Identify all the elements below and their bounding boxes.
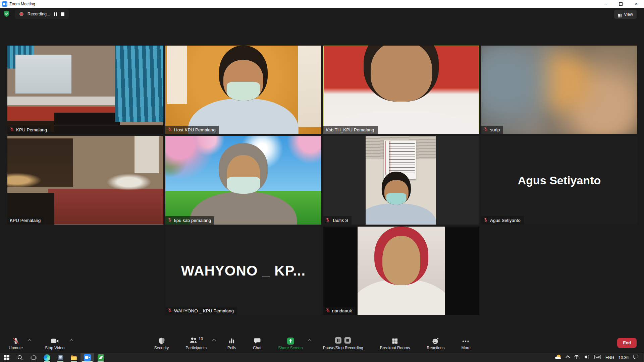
task-view-icon[interactable] xyxy=(27,353,40,362)
stop-recording-icon[interactable] xyxy=(61,12,64,16)
participant-name-label: Ksb TH_KPU Pemalang xyxy=(323,126,378,134)
window-title: Zoom Meeting xyxy=(9,2,35,6)
reactions-button[interactable]: Reactions xyxy=(425,335,446,350)
participant-name-label: KPU Pemalang xyxy=(7,126,50,134)
person-silhouette xyxy=(334,46,469,134)
person-head xyxy=(364,46,439,102)
muted-mic-icon xyxy=(484,218,488,223)
action-center-icon[interactable] xyxy=(633,354,639,361)
end-meeting-button[interactable]: End xyxy=(617,338,637,348)
participant-name-label: KPU Pemalang xyxy=(7,217,44,225)
green-app-icon[interactable] xyxy=(94,353,107,362)
video-feed xyxy=(358,227,445,315)
search-icon[interactable] xyxy=(13,353,27,362)
video-tile[interactable]: kpu kab pemalang xyxy=(165,136,321,225)
face-mask xyxy=(227,177,260,194)
video-tile[interactable]: surip xyxy=(481,46,637,134)
video-tile[interactable]: KPU Pemalang xyxy=(7,136,163,225)
breakout-rooms-icon xyxy=(391,337,398,345)
video-grid: KPU Pemalang Host KPU Pemalang Ksb TH_KP… xyxy=(7,46,637,315)
video-camera-icon xyxy=(51,337,59,345)
video-tile[interactable]: KPU Pemalang xyxy=(7,46,163,134)
video-options-caret[interactable] xyxy=(69,339,73,343)
recording-dot-icon xyxy=(19,12,23,16)
person-silhouette xyxy=(358,227,445,315)
person-silhouette xyxy=(198,143,289,225)
muted-mic-icon xyxy=(10,127,14,132)
show-desktop-strip[interactable] xyxy=(642,353,644,362)
minimize-button[interactable]: – xyxy=(598,0,613,8)
video-feed xyxy=(481,46,637,134)
share-screen-button[interactable]: Share Screen xyxy=(276,335,308,350)
windows-taskbar: ENG 10:36 xyxy=(0,353,644,362)
meeting-toolbar: Unmute Stop Video Security xyxy=(0,335,644,353)
volume-icon[interactable] xyxy=(584,354,590,361)
zoom-meeting-window: Zoom Meeting – ✕ Recording... View KPU P… xyxy=(0,0,644,362)
zoom-taskbar-icon[interactable] xyxy=(80,353,94,362)
participant-name-label: Host KPU Pemalang xyxy=(165,126,219,134)
file-explorer-icon[interactable] xyxy=(67,353,80,362)
chat-bubble-icon xyxy=(254,337,261,345)
wifi-icon[interactable] xyxy=(574,355,580,360)
view-button[interactable]: View xyxy=(614,10,637,19)
person-body xyxy=(366,203,436,225)
reactions-smiley-icon xyxy=(432,337,439,345)
edge-browser-icon[interactable] xyxy=(40,353,54,362)
participant-display-name: Agus Setiyanto xyxy=(481,136,637,225)
participant-name-label: Taufik S xyxy=(323,216,352,225)
weather-icon[interactable] xyxy=(554,354,562,361)
participant-name-label: surip xyxy=(481,126,503,134)
muted-mic-icon xyxy=(484,127,488,132)
zoom-app-icon xyxy=(2,1,7,7)
participants-options-caret[interactable] xyxy=(212,339,216,343)
unmute-button[interactable]: Unmute xyxy=(7,335,28,350)
pause-stop-recording-button[interactable]: Pause/Stop Recording xyxy=(321,335,365,350)
audio-options-caret[interactable] xyxy=(28,339,31,343)
muted-mic-icon xyxy=(168,218,172,223)
video-tile[interactable]: Taufik S xyxy=(323,136,479,225)
stop-video-button[interactable]: Stop Video xyxy=(43,335,70,350)
muted-mic-icon xyxy=(12,337,19,345)
video-tile[interactable]: nandaauk xyxy=(323,227,479,315)
more-dots-icon: ••• xyxy=(462,337,470,345)
encryption-shield-icon[interactable] xyxy=(3,10,10,19)
video-tile[interactable]: Agus Setiyanto Agus Setiyanto xyxy=(481,136,637,225)
language-indicator[interactable]: ENG xyxy=(605,355,614,360)
system-tray: ENG 10:36 xyxy=(554,353,642,362)
pause-recording-icon[interactable] xyxy=(334,337,342,346)
meeting-topbar: Recording... View xyxy=(0,8,644,24)
participants-count-badge: 10 xyxy=(199,337,203,341)
start-button[interactable] xyxy=(0,353,13,362)
touch-keyboard-icon[interactable] xyxy=(594,355,601,360)
close-button[interactable]: ✕ xyxy=(629,0,644,8)
participant-display-name: WAHYONO _ KP... xyxy=(165,227,321,315)
participant-name-label: nandaauk xyxy=(323,307,355,315)
person-body xyxy=(358,280,445,315)
share-options-caret[interactable] xyxy=(308,339,311,343)
more-button[interactable]: ••• More xyxy=(460,335,473,350)
chat-button[interactable]: Chat xyxy=(251,335,263,350)
hidden-icons-chevron[interactable] xyxy=(566,355,570,360)
person-head xyxy=(219,46,268,101)
pause-recording-icon[interactable] xyxy=(54,12,57,16)
face-mask xyxy=(227,82,260,101)
participants-button[interactable]: 10 Participants xyxy=(183,335,213,350)
recording-label: Recording... xyxy=(28,12,50,16)
muted-mic-icon xyxy=(326,308,330,313)
clock[interactable]: 10:36 xyxy=(619,355,629,360)
restore-icon xyxy=(619,2,623,6)
restore-button[interactable] xyxy=(613,0,629,8)
breakout-rooms-button[interactable]: Breakout Rooms xyxy=(378,335,412,350)
person-head xyxy=(374,227,428,285)
polls-button[interactable]: Polls xyxy=(225,335,238,350)
muted-mic-icon xyxy=(326,218,330,223)
video-feed xyxy=(366,136,436,225)
shield-icon xyxy=(158,337,165,345)
stop-recording-icon[interactable] xyxy=(344,337,352,346)
calculator-icon[interactable] xyxy=(54,353,67,362)
video-tile[interactable]: Host KPU Pemalang xyxy=(165,46,321,134)
security-button[interactable]: Security xyxy=(152,335,171,350)
video-tile[interactable]: WAHYONO _ KP... WAHYONO _ KPU Pemalang xyxy=(165,227,321,315)
video-tile-active-speaker[interactable]: Ksb TH_KPU Pemalang xyxy=(323,46,479,134)
face-mask xyxy=(386,193,406,204)
